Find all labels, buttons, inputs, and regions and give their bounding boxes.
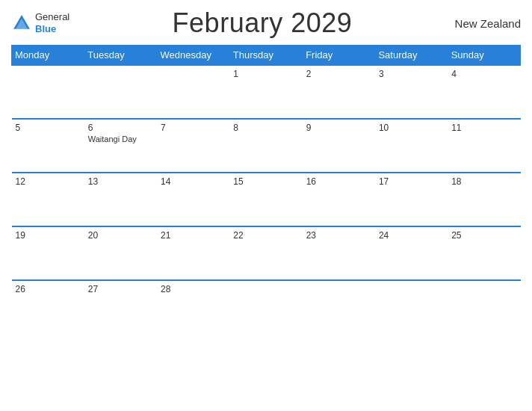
calendar-day-cell: 14 xyxy=(157,173,229,226)
calendar-day-cell xyxy=(12,65,84,119)
calendar-day-cell: 27 xyxy=(84,280,157,334)
calendar-day-cell: 25 xyxy=(448,226,520,280)
header-thursday: Thursday xyxy=(229,46,302,66)
day-number: 9 xyxy=(306,123,371,133)
calendar-day-cell: 2 xyxy=(303,65,375,119)
calendar-day-cell: 3 xyxy=(375,65,448,119)
day-number: 12 xyxy=(16,176,81,187)
day-number: 11 xyxy=(451,123,516,133)
day-number: 16 xyxy=(306,176,371,187)
calendar-day-cell: 19 xyxy=(12,226,84,280)
day-number: 19 xyxy=(16,230,81,241)
calendar-day-cell: 1 xyxy=(229,65,302,119)
day-number: 7 xyxy=(161,123,226,133)
calendar-day-cell: 13 xyxy=(84,173,157,226)
calendar-day-cell xyxy=(84,65,157,119)
day-number: 18 xyxy=(451,176,516,187)
logo-text: General Blue xyxy=(35,11,69,34)
calendar-day-cell: 28 xyxy=(157,280,229,334)
calendar-day-cell: 17 xyxy=(375,173,448,226)
calendar-day-cell: 22 xyxy=(229,226,302,280)
calendar-day-cell: 18 xyxy=(448,173,520,226)
calendar-day-cell: 16 xyxy=(303,173,375,226)
day-number: 26 xyxy=(16,284,81,294)
calendar-week-row: 262728 xyxy=(12,280,521,334)
day-number: 23 xyxy=(306,230,371,241)
calendar-body: 123456Waitangi Day7891011121314151617181… xyxy=(12,65,521,334)
calendar-day-cell: 26 xyxy=(12,280,84,334)
day-number: 2 xyxy=(306,69,371,79)
calendar-day-cell: 12 xyxy=(12,173,84,226)
calendar-week-row: 12131415161718 xyxy=(12,173,521,226)
calendar-week-row: 19202122232425 xyxy=(12,226,521,280)
day-number: 22 xyxy=(233,230,298,241)
calendar-day-cell: 4 xyxy=(448,65,520,119)
logo-general: General xyxy=(35,11,69,23)
calendar-header-row: Monday Tuesday Wednesday Thursday Friday… xyxy=(12,46,521,66)
day-number: 28 xyxy=(161,284,226,294)
day-number: 14 xyxy=(161,176,226,187)
day-number: 6 xyxy=(88,123,153,133)
logo: General Blue xyxy=(11,11,69,34)
calendar-wrapper: General Blue February 2029 New Zealand M… xyxy=(0,0,532,411)
day-number: 13 xyxy=(88,176,153,187)
logo-icon xyxy=(11,13,32,34)
day-number: 5 xyxy=(16,123,81,133)
day-number: 4 xyxy=(451,69,516,79)
calendar-day-cell: 11 xyxy=(448,119,520,173)
calendar-table: Monday Tuesday Wednesday Thursday Friday… xyxy=(11,45,521,334)
calendar-day-cell: 21 xyxy=(157,226,229,280)
day-number: 24 xyxy=(379,230,444,241)
day-number: 21 xyxy=(161,230,226,241)
day-number: 17 xyxy=(379,176,444,187)
calendar-header: General Blue February 2029 New Zealand xyxy=(11,7,521,39)
header-monday: Monday xyxy=(12,46,84,66)
weekday-header-row: Monday Tuesday Wednesday Thursday Friday… xyxy=(12,46,521,66)
calendar-day-cell: 9 xyxy=(303,119,375,173)
header-tuesday: Tuesday xyxy=(84,46,157,66)
calendar-day-cell xyxy=(303,280,375,334)
calendar-day-cell xyxy=(448,280,520,334)
day-number: 3 xyxy=(379,69,444,79)
day-number: 20 xyxy=(88,230,153,241)
header-sunday: Sunday xyxy=(448,46,520,66)
calendar-day-cell: 7 xyxy=(157,119,229,173)
calendar-day-cell: 6Waitangi Day xyxy=(84,119,157,173)
calendar-day-cell: 15 xyxy=(229,173,302,226)
month-title: February 2029 xyxy=(173,7,353,39)
calendar-week-row: 56Waitangi Day7891011 xyxy=(12,119,521,173)
day-number: 10 xyxy=(379,123,444,133)
calendar-day-cell: 24 xyxy=(375,226,448,280)
calendar-day-cell xyxy=(375,280,448,334)
header-wednesday: Wednesday xyxy=(157,46,229,66)
day-number: 25 xyxy=(451,230,516,241)
calendar-day-cell: 23 xyxy=(303,226,375,280)
calendar-day-cell: 8 xyxy=(229,119,302,173)
header-saturday: Saturday xyxy=(375,46,448,66)
holiday-label: Waitangi Day xyxy=(88,135,153,143)
country-label: New Zealand xyxy=(455,17,521,30)
calendar-day-cell: 20 xyxy=(84,226,157,280)
day-number: 15 xyxy=(233,176,298,187)
day-number: 8 xyxy=(233,123,298,133)
calendar-week-row: 1234 xyxy=(12,65,521,119)
day-number: 1 xyxy=(233,69,298,79)
calendar-day-cell: 10 xyxy=(375,119,448,173)
calendar-day-cell xyxy=(157,65,229,119)
calendar-day-cell xyxy=(229,280,302,334)
logo-blue: Blue xyxy=(35,23,56,34)
header-friday: Friday xyxy=(303,46,375,66)
calendar-day-cell: 5 xyxy=(12,119,84,173)
day-number: 27 xyxy=(88,284,153,294)
